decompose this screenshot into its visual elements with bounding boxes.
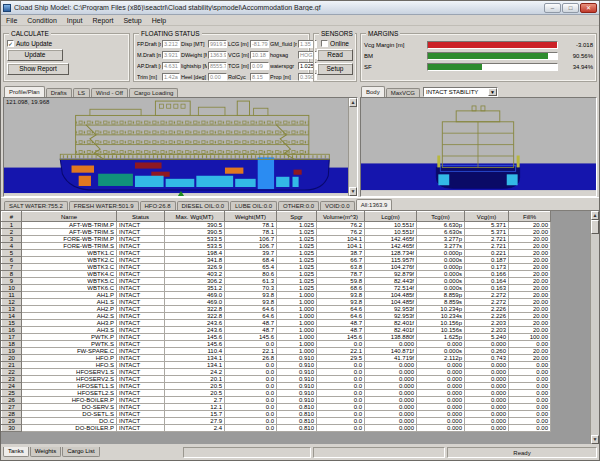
- minimize-button[interactable]: –: [544, 3, 561, 13]
- cell-name: FORE-WB-TRIM.S: [22, 243, 117, 250]
- maximize-button[interactable]: □: [562, 3, 579, 13]
- table-scroll-down-icon[interactable]: ▼: [591, 435, 599, 444]
- column-header-vcg-m[interactable]: Vcg(m): [465, 212, 509, 222]
- column-header-fill[interactable]: Fill%: [509, 212, 551, 222]
- cell-vcg-m: 0.000: [465, 425, 509, 432]
- table-row[interactable]: 29DO.CINTACT27.90.00.8100.00.0000.0000.0…: [2, 418, 551, 425]
- cell-max-wgt-mt: 2.4: [165, 425, 225, 432]
- table-row[interactable]: 20HFO.PINTACT134.126.80.91029.541.719f2.…: [2, 355, 551, 362]
- table-row[interactable]: 17PWTK.PINTACT145.6145.61.000145.6138.88…: [2, 334, 551, 341]
- table-row[interactable]: 24HFOSETL1.SINTACT20.50.00.9100.00.0000.…: [2, 383, 551, 390]
- view-tab-ls[interactable]: LS: [73, 88, 90, 97]
- table-row[interactable]: 12AH1.SINTACT469.093.81.00093.8104.485f8…: [2, 299, 551, 306]
- view-tab-wind-off[interactable]: Wind - Off: [91, 88, 128, 97]
- tank-tab-all-1363-9[interactable]: All:1363.9: [356, 199, 393, 210]
- table-scroll-up-icon[interactable]: ▲: [591, 211, 599, 220]
- tank-tab-diesel-oil-0-0[interactable]: DIESEL OIL:0.0: [177, 201, 229, 210]
- table-row[interactable]: 27DO-SERV.SINTACT12.10.00.8100.00.0000.0…: [2, 404, 551, 411]
- column-header-name[interactable]: Name: [22, 212, 117, 222]
- column-header-tcg-m[interactable]: Tcg(m): [417, 212, 465, 222]
- auto-update-checkbox[interactable]: ✓ Auto Update: [7, 40, 126, 47]
- table-row[interactable]: 8WBTK4.CINTACT403.280.61.02578.792.879f0…: [2, 271, 551, 278]
- tank-tab-other-0-0[interactable]: OTHER:0.0: [278, 201, 319, 210]
- table-scrollbar[interactable]: ▲ ▼: [590, 211, 599, 444]
- tank-tab-hfo-26-8[interactable]: HFO:26.8: [140, 201, 176, 210]
- tank-tab-fresh-water-501-9[interactable]: FRESH WATER:501.9: [69, 201, 139, 210]
- online-checkbox-box[interactable]: [321, 40, 328, 47]
- profile-view[interactable]: 121.098, 19.968: [3, 97, 358, 197]
- cell-spgr: 1.000: [277, 334, 317, 341]
- table-row[interactable]: 21HFO.SINTACT134.10.00.9100.00.0000.0000…: [2, 362, 551, 369]
- column-header-max-wgt-mt[interactable]: Max. Wgt(MT): [165, 212, 225, 222]
- table-row[interactable]: 26HFO-BOILER.PINTACT2.70.00.9100.00.0000…: [2, 397, 551, 404]
- table-scroll-thumb[interactable]: [591, 220, 599, 234]
- body-tab-body[interactable]: Body: [361, 86, 385, 97]
- column-header-volume-m-3[interactable]: Volume(m^3): [317, 212, 365, 222]
- tank-tab-void-0-0[interactable]: VOID:0.0: [320, 201, 355, 210]
- table-row[interactable]: 11AH1.PINTACT469.093.81.00093.8104.485f8…: [2, 292, 551, 299]
- scroll-up-icon[interactable]: ▲: [349, 98, 357, 107]
- cell-tcg-m: 8.859p: [417, 292, 465, 299]
- scroll-down-icon[interactable]: ▼: [349, 187, 357, 196]
- table-row[interactable]: 28DO-SETL.SINTACT15.70.00.8100.00.0000.0…: [2, 411, 551, 418]
- table-row[interactable]: 23HFOSERV2.SINTACT20.10.00.9100.00.0000.…: [2, 376, 551, 383]
- table-row[interactable]: 1AFT-WB-TRIM.PINTACT390.578.11.02576.210…: [2, 222, 551, 229]
- menu-item-report[interactable]: Report: [92, 17, 113, 24]
- table-row[interactable]: 19FW-SPARE.CINTACT110.422.11.00022.1140.…: [2, 348, 551, 355]
- cell-weight-mt: 106.7: [225, 236, 277, 243]
- setup-button[interactable]: Setup: [317, 63, 353, 75]
- stability-mode-select[interactable]: INTACT STABILITY ▼: [423, 87, 498, 97]
- online-checkbox[interactable]: Online: [321, 40, 349, 47]
- view-tab-profile-plan[interactable]: Profile/Plan: [4, 86, 45, 97]
- body-view[interactable]: [360, 97, 597, 197]
- cell-volume-m-3: 93.8: [317, 292, 365, 299]
- menu-item-input[interactable]: Input: [67, 17, 83, 24]
- table-row[interactable]: 25HFOSETL2.SINTACT20.50.00.9100.00.0000.…: [2, 390, 551, 397]
- view-tab-drafts[interactable]: Drafts: [46, 88, 72, 97]
- table-row[interactable]: 16AH3.SINTACT243.648.71.00048.782.401f10…: [2, 327, 551, 334]
- bottom-tab-weights[interactable]: Weights: [30, 447, 62, 457]
- tank-tab-lube-oil-0-0[interactable]: LUBE OIL:0.0: [230, 201, 277, 210]
- profile-scrollbar[interactable]: ▲ ▼: [348, 98, 357, 196]
- menu-item-help[interactable]: Help: [152, 17, 166, 24]
- cell-status: INTACT: [117, 411, 165, 418]
- table-row[interactable]: 9WBTK5.CINTACT306.261.31.02559.882.443f0…: [2, 278, 551, 285]
- column-header-spgr[interactable]: Spgr: [277, 212, 317, 222]
- body-tab-maxvcg[interactable]: MaxVCG: [386, 88, 420, 97]
- menu-item-condition[interactable]: Condition: [27, 17, 57, 24]
- table-row[interactable]: 13AH2.PINTACT322.864.61.00064.692.953f10…: [2, 306, 551, 313]
- cell-vcg-m: 0.166: [465, 271, 509, 278]
- table-row[interactable]: 3FORE-WB-TRIM.PINTACT533.5106.71.025104.…: [2, 236, 551, 243]
- table-row[interactable]: 18PWTK.SINTACT145.60.01.0000.00.0000.000…: [2, 341, 551, 348]
- table-row[interactable]: 7WBTK3.CINTACT326.965.41.02563.8104.276f…: [2, 264, 551, 271]
- close-button[interactable]: ✕: [580, 3, 597, 13]
- column-header-status[interactable]: Status: [117, 212, 165, 222]
- table-row[interactable]: 5WBTK1.CINTACT198.439.71.02538.7128.734f…: [2, 250, 551, 257]
- menu-item-file[interactable]: File: [6, 17, 17, 24]
- table-row[interactable]: 4FORE-WB-TRIM.SINTACT533.5106.71.025104.…: [2, 243, 551, 250]
- chevron-down-icon[interactable]: ▼: [488, 88, 497, 96]
- column-header-[interactable]: #: [2, 212, 22, 222]
- view-tab-cargo-loading[interactable]: Cargo Loading: [129, 88, 178, 97]
- sensors-group: SENSORS Online Read Setup: [313, 33, 357, 82]
- auto-update-checkbox-box[interactable]: ✓: [7, 40, 14, 47]
- cell-spgr: 1.025: [277, 264, 317, 271]
- cell-name: AFT-WB-TRIM.P: [22, 222, 117, 229]
- cell-vcg-m: 0.000: [465, 376, 509, 383]
- table-row[interactable]: 6WBTK2.CINTACT341.868.41.02566.7115.957f…: [2, 257, 551, 264]
- table-row[interactable]: 30DO-BOILER.PINTACT2.40.00.8100.00.0000.…: [2, 425, 551, 432]
- menu-item-setup[interactable]: Setup: [123, 17, 141, 24]
- table-row[interactable]: 2AFT-WB-TRIM.SINTACT390.578.11.02576.210…: [2, 229, 551, 236]
- read-button[interactable]: Read: [317, 49, 353, 61]
- table-row[interactable]: 10WBTK6.CINTACT351.270.31.02568.672.514f…: [2, 285, 551, 292]
- column-header-lcg-m[interactable]: Lcg(m): [365, 212, 417, 222]
- column-header-weight-mt[interactable]: Weight(MT): [225, 212, 277, 222]
- bottom-tab-cargo-list[interactable]: Cargo List: [62, 447, 99, 457]
- table-row[interactable]: 14AH2.SINTACT322.864.61.00064.692.953f10…: [2, 313, 551, 320]
- table-row[interactable]: 22HFOSERV1.SINTACT24.20.00.9100.00.0000.…: [2, 369, 551, 376]
- update-button[interactable]: Update: [7, 49, 63, 61]
- table-row[interactable]: 15AH3.PINTACT243.648.71.00048.782.401f10…: [2, 320, 551, 327]
- bottom-tab-tanks[interactable]: Tanks: [3, 447, 29, 457]
- tank-tab-salt-water-755-2[interactable]: SALT WATER:755.2: [4, 201, 68, 210]
- show-report-button[interactable]: Show Report: [7, 63, 69, 75]
